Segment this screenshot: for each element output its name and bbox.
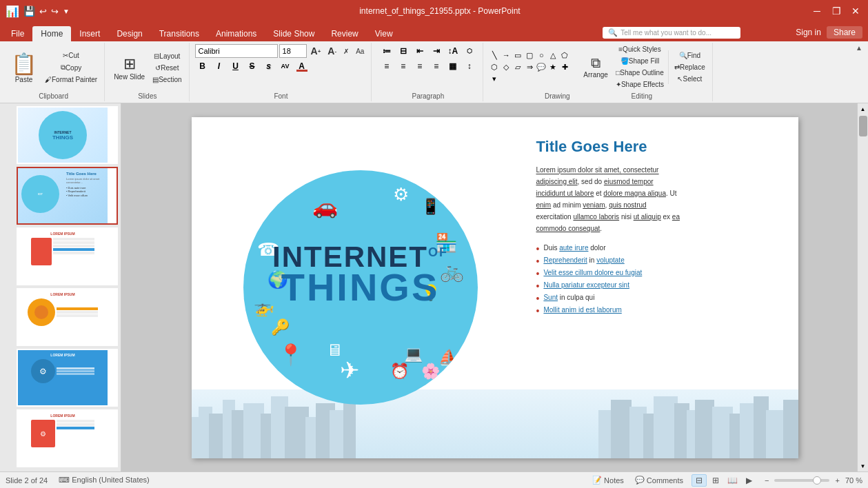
zoom-slider[interactable] [774,479,829,482]
normal-view-button[interactable]: ⊟ [692,474,707,487]
arrow-shape[interactable]: → [501,50,512,61]
layout-button[interactable]: ⊟ Layout [150,51,184,61]
decrease-indent-button[interactable]: ⇤ [412,44,427,58]
oval-shape[interactable]: ○ [536,50,547,61]
section-button[interactable]: ▤ Section [150,74,184,85]
cut-button[interactable]: ✂ Cut [42,50,100,61]
underline-button[interactable]: U [228,59,243,73]
font-name-input[interactable] [195,44,278,58]
italic-button[interactable]: I [212,59,227,73]
vertical-scrollbar[interactable]: ▲ ▼ [857,103,868,471]
canvas-area[interactable]: 🚗 📱 ⚙ 🏪 🚲 ☎ 🌍 🚁 [121,103,868,471]
scroll-up-button[interactable]: ▲ [858,103,869,114]
align-right-button[interactable]: ≡ [412,59,427,73]
slide-thumb-1[interactable]: INTERNET THINGS [17,106,118,164]
change-case-button[interactable]: Aa [353,46,367,57]
slide-thumb-5[interactable]: LOREM IPSUM ⚙ [17,349,118,407]
pentagon-shape[interactable]: ⬠ [559,50,570,61]
share-button[interactable]: Share [827,26,862,39]
slide-thumb-3[interactable]: LOREM IPSUM [17,227,118,285]
window-controls[interactable]: ─ ❐ ✕ [810,4,862,18]
shadow-button[interactable]: s [261,59,276,73]
zoom-in-button[interactable]: + [832,475,842,486]
line-spacing-button[interactable]: ↕ [462,59,477,73]
reading-view-button[interactable]: 📖 [725,474,740,487]
redo-icon[interactable]: ↪ [51,6,59,17]
find-button[interactable]: 🔍 Find [672,50,708,61]
hexagon-shape[interactable]: ⬡ [489,61,500,72]
tab-home[interactable]: Home [32,26,71,41]
increase-font-button[interactable]: A+ [308,44,324,58]
justify-button[interactable]: ≡ [429,59,444,73]
ribbon-search[interactable]: 🔍 Tell me what you want to do... [603,27,740,39]
comments-button[interactable]: 💬 Comments [632,474,686,486]
shape-effects-button[interactable]: ✦ Shape Effects [613,79,667,90]
new-slide-button[interactable]: ⊞ New Slide [110,53,148,83]
shape-fill-button[interactable]: 🪣 Shape Fill [613,56,667,66]
arrange-button[interactable]: ⧉ Arrange [580,53,612,81]
columns-button[interactable]: ▦ [445,59,461,73]
copy-button[interactable]: ⧉ Copy [42,62,100,73]
save-icon[interactable]: 💾 [23,6,35,17]
rect-shape[interactable]: ▭ [512,50,523,61]
slide-canvas[interactable]: 🚗 📱 ⚙ 🏪 🚲 ☎ 🌍 🚁 [192,117,798,458]
slide-thumb-6[interactable]: LOREM IPSUM ⚙ [17,409,118,467]
text-direction-button[interactable]: ↕A [445,44,461,58]
slide-thumb-4[interactable]: LOREM IPSUM [17,288,118,346]
line-shape[interactable]: ╲ [489,50,500,61]
parallelogram-shape[interactable]: ▱ [512,61,523,72]
strikethrough-button[interactable]: S [245,59,260,73]
undo-icon[interactable]: ↩ [39,6,47,17]
format-painter-button[interactable]: 🖌 Format Painter [42,74,100,85]
tab-animations[interactable]: Animations [208,26,265,41]
tab-review[interactable]: Review [323,26,366,41]
select-button[interactable]: ↖ Select [672,74,708,84]
font-size-input[interactable] [279,44,307,58]
restore-button[interactable]: ❐ [829,4,843,18]
align-center-button[interactable]: ≡ [396,59,411,73]
close-button[interactable]: ✕ [849,4,862,18]
increase-indent-button[interactable]: ⇥ [429,44,444,58]
slide-body[interactable]: Lorem ipsum dolor sit amet, consectetur … [536,164,785,234]
shape-outline-button[interactable]: □ Shape Outline [613,68,667,78]
font-color-button[interactable]: A [294,59,310,73]
triangle-shape[interactable]: △ [547,50,558,61]
quick-access-toolbar[interactable]: 📊 💾 ↩ ↪ ▼ [6,5,70,18]
tab-slideshow[interactable]: Slide Show [265,26,323,41]
zoom-out-button[interactable]: − [762,475,771,486]
signin-link[interactable]: Sign in [796,28,821,37]
customize-icon[interactable]: ▼ [63,8,70,15]
zoom-slider-thumb[interactable] [813,476,821,485]
ribbon-tabs[interactable]: File Home Insert Design Transitions Anim… [0,22,868,41]
tab-transitions[interactable]: Transitions [151,26,208,41]
more-shapes[interactable]: ▾ [489,73,500,84]
numbering-button[interactable]: ⊟ [396,44,411,58]
tab-insert[interactable]: Insert [71,26,108,41]
convert-smartart-button[interactable]: ⬡ [462,44,477,58]
diamond-shape[interactable]: ◇ [501,61,512,72]
tab-file[interactable]: File [3,26,32,41]
replace-button[interactable]: ⇄ Replace [672,62,708,72]
slideshow-button[interactable]: ▶ [741,474,756,487]
clear-format-button[interactable]: ✗ [341,46,352,57]
paste-button[interactable]: 📋 Paste [7,50,41,85]
cross-shape[interactable]: ✚ [559,61,570,72]
reset-button[interactable]: ↺ Reset [150,63,184,73]
scroll-thumb[interactable] [859,116,867,136]
bold-button[interactable]: B [195,59,210,73]
bullets-button[interactable]: ≔ [379,44,394,58]
align-left-button[interactable]: ≡ [379,59,394,73]
char-spacing-button[interactable]: AV [278,59,293,73]
star-shape[interactable]: ★ [547,61,558,72]
decrease-font-button[interactable]: A- [325,44,339,58]
tab-view[interactable]: View [367,26,401,41]
right-arrow-shape[interactable]: ⇒ [524,61,535,72]
minimize-button[interactable]: ─ [810,4,824,18]
scroll-down-button[interactable]: ▼ [858,460,869,471]
rounded-rect-shape[interactable]: ▢ [524,50,535,61]
quick-styles-button[interactable]: ≡ Quick Styles [613,44,667,54]
callout-shape[interactable]: 💬 [536,61,547,72]
slide-title[interactable]: Title Goes Here [536,138,785,156]
slide-sorter-button[interactable]: ⊞ [708,474,723,487]
slide-thumb-2[interactable]: IOT Title Goes Here Lorem ipsum dolor si… [17,167,118,225]
